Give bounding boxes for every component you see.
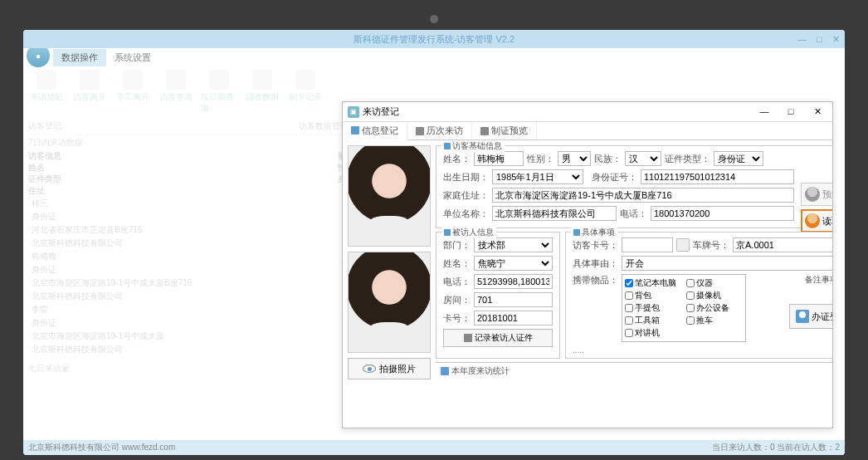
person-icon <box>444 143 451 149</box>
person-gray-icon <box>805 187 820 202</box>
item-checkbox[interactable] <box>625 279 633 287</box>
visitor-card-input[interactable] <box>622 237 673 252</box>
menu-system-settings[interactable]: 系统设置 <box>106 49 159 66</box>
statusbar: 北京斯科德科技有限公司 www.fezd.com 当日来访人数：0 当前在访人数… <box>23 440 845 455</box>
menubar: ● 数据操作 系统设置 <box>23 48 845 66</box>
chart-icon <box>441 367 449 375</box>
idno-input[interactable] <box>641 169 794 184</box>
main-window-title: 斯科德证件管理发行系统-访客管理 V2.2 <box>354 33 514 46</box>
doc-icon <box>464 334 472 342</box>
dlg-close-icon[interactable]: ✕ <box>807 106 827 117</box>
phone-input[interactable] <box>651 206 794 221</box>
ellipsis: ..... <box>573 345 832 355</box>
dialog-title: 来访登记 <box>363 105 399 118</box>
item-checkbox[interactable] <box>686 279 695 287</box>
company-input[interactable] <box>492 206 617 221</box>
item-checkbox[interactable] <box>686 316 695 325</box>
card-icon[interactable] <box>676 238 690 252</box>
remark-label: 备注事项 <box>789 274 832 286</box>
gender-select[interactable]: 男 <box>558 151 591 166</box>
tablet-camera <box>430 15 438 23</box>
room-input[interactable] <box>474 292 553 307</box>
main-window-titlebar: 斯科德证件管理发行系统-访客管理 V2.2 — □ ✕ <box>23 30 845 48</box>
dialog-icon: ▣ <box>348 106 359 118</box>
badge-icon <box>796 310 809 323</box>
eye-icon <box>363 365 376 373</box>
carried-items-box: 笔记本电脑仪器背包摄像机手提包办公设备工具箱推车对讲机 <box>622 274 746 342</box>
nation-select[interactable]: 汉 <box>625 151 661 166</box>
doc-icon <box>573 229 580 236</box>
reason-select[interactable]: 开会 <box>622 256 832 271</box>
visitor-photo-1 <box>348 145 431 247</box>
person-orange-icon <box>805 213 820 228</box>
footer-stats: 当日来访人数：0 当前在访人数：2 <box>712 442 840 453</box>
idtype-select[interactable]: 身份证 <box>714 151 763 166</box>
read-id-button[interactable]: 读取证件 <box>801 209 832 232</box>
close-icon[interactable]: ✕ <box>832 34 840 45</box>
capture-photo-button[interactable]: 拍摄照片 <box>348 358 431 379</box>
visit-register-dialog: ▣ 来访登记 — □ ✕ 信息登记 历次来访 制证预览 <box>342 101 833 428</box>
menu-data-ops[interactable]: 数据操作 <box>53 49 106 66</box>
footer-company: 北京斯科德科技有限公司 www.fezd.com <box>28 442 175 453</box>
tab-preview[interactable]: 制证预览 <box>472 122 537 139</box>
item-checkbox[interactable] <box>686 304 695 312</box>
visited-phone-input[interactable] <box>474 274 553 289</box>
item-checkbox[interactable] <box>625 329 633 337</box>
card-input[interactable] <box>474 311 553 325</box>
dlg-maximize-icon[interactable]: □ <box>781 106 801 117</box>
yearly-stats-bar: 本年度来访统计 <box>436 362 832 379</box>
item-checkbox[interactable] <box>625 304 633 312</box>
dept-select[interactable]: 技术部 <box>474 237 553 252</box>
maximize-icon[interactable]: □ <box>817 34 822 45</box>
issue-card-button[interactable]: 办证登记 <box>789 304 832 329</box>
tab-info-register[interactable]: 信息登记 <box>343 122 407 140</box>
record-visited-button[interactable]: 记录被访人证件 <box>443 329 553 347</box>
address-input[interactable] <box>492 188 794 203</box>
item-checkbox[interactable] <box>686 291 695 300</box>
tab-history[interactable]: 历次来访 <box>407 122 472 139</box>
appointment-button[interactable]: 预约来访 <box>801 183 832 206</box>
name-input[interactable] <box>474 151 524 166</box>
minimize-icon[interactable]: — <box>797 34 807 45</box>
person-icon <box>444 229 451 236</box>
item-checkbox[interactable] <box>625 316 633 325</box>
item-checkbox[interactable] <box>625 291 633 300</box>
plate-input[interactable] <box>733 237 832 252</box>
birth-select[interactable]: 1985年1月1日 <box>492 169 583 184</box>
visitor-photo-2 <box>348 252 431 353</box>
dlg-minimize-icon[interactable]: — <box>754 106 774 117</box>
visited-name-select[interactable]: 焦晓宁 <box>474 256 553 271</box>
